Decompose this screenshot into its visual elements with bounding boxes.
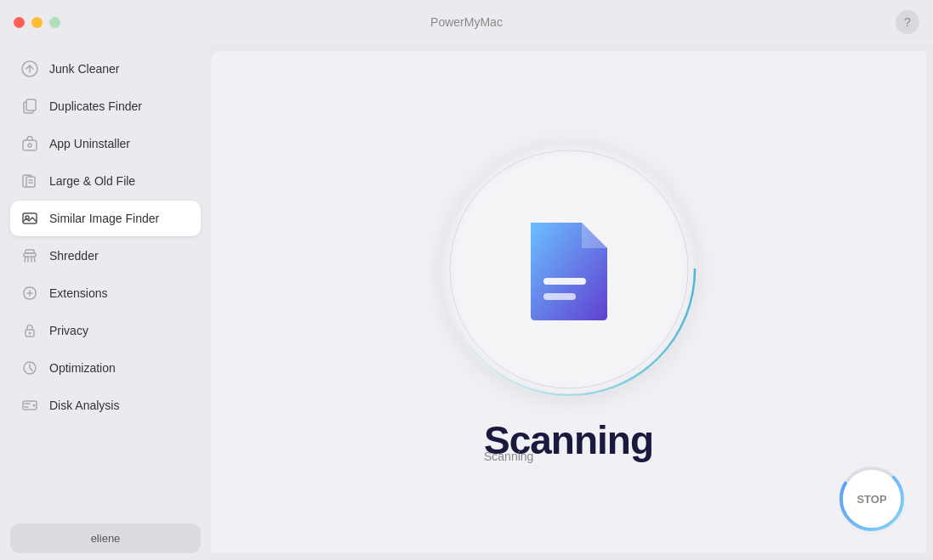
sidebar-label-optimization: Optimization xyxy=(49,361,116,375)
sidebar: Junk Cleaner Duplicates Finder App Unins… xyxy=(0,44,211,560)
sidebar-label-similar-image-finder: Similar Image Finder xyxy=(49,212,159,225)
sidebar-item-extensions[interactable]: Extensions xyxy=(10,275,201,311)
minimize-button[interactable] xyxy=(31,17,43,28)
scan-container: Scanning Scanning xyxy=(441,142,697,463)
user-profile[interactable]: eliene xyxy=(10,523,201,553)
similar-image-finder-icon xyxy=(20,209,39,228)
scanning-text-wrapper: Scanning Scanning xyxy=(484,417,653,463)
optimization-icon xyxy=(20,359,39,377)
sidebar-item-duplicates-finder[interactable]: Duplicates Finder xyxy=(10,88,201,124)
sidebar-label-junk-cleaner: Junk Cleaner xyxy=(49,62,120,76)
svg-rect-3 xyxy=(23,140,37,150)
sidebar-label-privacy: Privacy xyxy=(49,324,88,337)
sidebar-item-app-uninstaller[interactable]: App Uninstaller xyxy=(10,126,201,161)
sidebar-label-large-old-file: Large & Old File xyxy=(49,174,135,188)
duplicates-finder-icon xyxy=(20,97,39,116)
svg-point-17 xyxy=(33,404,36,407)
extensions-icon xyxy=(20,284,39,303)
svg-rect-9 xyxy=(23,213,37,223)
app-uninstaller-icon xyxy=(20,134,39,153)
sidebar-label-app-uninstaller: App Uninstaller xyxy=(49,137,130,150)
sidebar-item-shredder[interactable]: Shredder xyxy=(10,238,201,274)
svg-rect-6 xyxy=(26,177,35,187)
app-name: PowerMyMac xyxy=(430,15,503,29)
sidebar-label-extensions: Extensions xyxy=(49,286,107,300)
traffic-lights xyxy=(14,17,60,28)
scan-circle xyxy=(441,142,697,397)
sidebar-label-shredder: Shredder xyxy=(49,249,99,263)
close-button[interactable] xyxy=(14,17,25,28)
main-content: Scanning Scanning STOP xyxy=(211,51,926,553)
svg-point-14 xyxy=(29,332,31,335)
sidebar-item-junk-cleaner[interactable]: Junk Cleaner xyxy=(10,51,201,87)
document-icon xyxy=(522,214,616,325)
titlebar: PowerMyMac ? xyxy=(0,0,933,44)
privacy-icon xyxy=(20,321,39,340)
sidebar-label-duplicates-finder: Duplicates Finder xyxy=(49,99,142,113)
junk-cleaner-icon xyxy=(20,59,39,78)
sidebar-item-large-old-file[interactable]: Large & Old File xyxy=(10,163,201,199)
disk-analysis-icon xyxy=(20,396,39,415)
user-label: eliene xyxy=(91,532,121,545)
shredder-icon xyxy=(20,246,39,265)
svg-rect-23 xyxy=(543,293,576,300)
main-layout: Junk Cleaner Duplicates Finder App Unins… xyxy=(0,44,933,560)
help-button[interactable]: ? xyxy=(896,10,919,34)
sidebar-label-disk-analysis: Disk Analysis xyxy=(49,399,119,412)
svg-rect-12 xyxy=(26,250,34,253)
svg-rect-2 xyxy=(26,99,36,110)
maximize-button[interactable] xyxy=(49,17,60,28)
stop-button-wrapper[interactable]: STOP xyxy=(838,465,906,533)
sidebar-item-optimization[interactable]: Optimization xyxy=(10,350,201,386)
sidebar-item-similar-image-finder[interactable]: Similar Image Finder xyxy=(10,201,201,236)
sidebar-item-disk-analysis[interactable]: Disk Analysis xyxy=(10,387,201,423)
svg-point-4 xyxy=(28,144,31,147)
large-old-file-icon xyxy=(20,172,39,190)
svg-rect-22 xyxy=(543,278,586,285)
stop-button[interactable]: STOP xyxy=(843,470,901,528)
sidebar-item-privacy[interactable]: Privacy xyxy=(10,313,201,348)
